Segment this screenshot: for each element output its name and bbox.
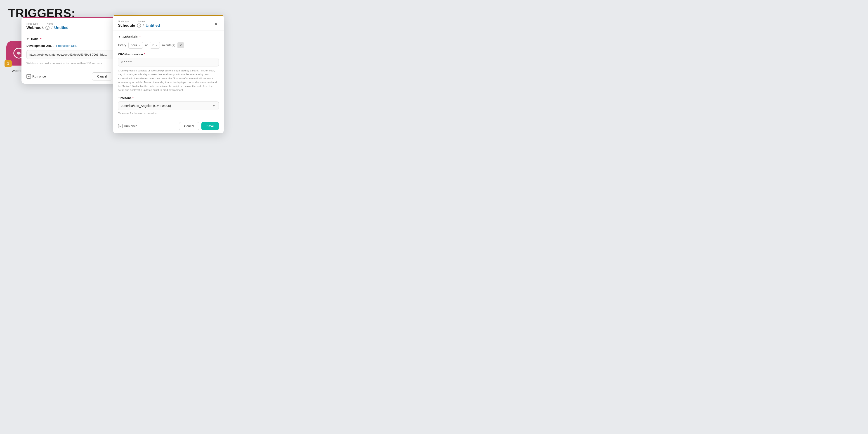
schedule-every-row: Every hour ▼ at 0 ▼ minute(s) X [118, 42, 219, 49]
schedule-minute-value: 0 [152, 43, 154, 47]
webhook-url-divider: / [54, 44, 55, 48]
schedule-hour-chevron: ▼ [138, 44, 141, 46]
schedule-section-title: Schedule [123, 35, 138, 39]
schedule-name-link[interactable]: Untitled [146, 23, 160, 28]
webhook-play-icon: ▶ [26, 74, 31, 79]
webhook-name-link[interactable]: Untitled [54, 26, 68, 30]
webhook-dev-url-label: Development URL [26, 44, 52, 48]
schedule-run-once-button[interactable]: ▶ Run once [118, 124, 137, 128]
schedule-at-label: at [145, 43, 148, 47]
schedule-minute-select[interactable]: 0 ▼ [150, 42, 160, 49]
schedule-tz-label: Timezone * [118, 96, 219, 100]
webhook-prod-url-link[interactable]: Production URL [56, 44, 77, 48]
webhook-header-left: Node type Name Webhook ? / Untitled [26, 22, 68, 30]
schedule-dialog-footer: ▶ Run once Cancel Save [113, 119, 224, 133]
schedule-close-button[interactable]: ✕ [213, 20, 219, 28]
schedule-cron-hint: Cron expression consists of five subexpr… [118, 69, 219, 92]
webhook-run-once-button[interactable]: ▶ Run once [26, 74, 46, 79]
schedule-save-button[interactable]: Save [202, 122, 219, 130]
schedule-dialog-header: Node type Name Schedule ? / Untitled ✕ [113, 16, 224, 31]
webhook-name-row: Webhook ? / Untitled [26, 26, 68, 30]
webhook-run-once-label: Run once [32, 74, 46, 78]
webhook-node-type-label: Node type Name [26, 22, 68, 25]
webhook-section-chevron[interactable]: ▼ [26, 37, 29, 41]
schedule-every-label: Every [118, 43, 126, 47]
schedule-header-left: Node type Name Schedule ? / Untitled [118, 20, 160, 28]
schedule-section-chevron[interactable]: ▼ [118, 35, 121, 38]
schedule-cron-label: CRON expression * [118, 52, 219, 56]
schedule-tz-hint: Timezone for the cron expression [118, 112, 219, 115]
schedule-minute-chevron: ▼ [155, 44, 157, 46]
schedule-tz-select[interactable]: America/Los_Angeles (GMT-08:00) ▼ [118, 101, 219, 110]
webhook-url-value: https://webhook.latenode.com/49/dev/c53f… [29, 53, 118, 56]
schedule-cancel-button[interactable]: Cancel [179, 122, 199, 130]
schedule-help-icon[interactable]: ? [137, 24, 141, 28]
schedule-x-button[interactable]: X [178, 42, 184, 49]
schedule-tz-chevron: ▼ [212, 104, 215, 107]
schedule-name-row: Schedule ? / Untitled [118, 23, 160, 28]
schedule-minutes-label: minute(s) [162, 43, 175, 47]
schedule-hour-select[interactable]: hour ▼ [128, 42, 143, 49]
schedule-footer-actions: Cancel Save [179, 122, 219, 130]
schedule-tz-value: America/Los_Angeles (GMT-08:00) [121, 104, 171, 107]
schedule-play-icon: ▶ [118, 124, 123, 128]
webhook-type-text: Webhook [26, 26, 43, 30]
webhook-cancel-button[interactable]: Cancel [92, 72, 112, 81]
webhook-badge: 1 [4, 60, 12, 67]
schedule-node-type-label: Node type Name [118, 20, 160, 23]
schedule-run-once-label: Run once [124, 124, 137, 128]
schedule-hour-value: hour [131, 43, 137, 47]
schedule-required-star: * [140, 35, 141, 39]
schedule-dialog-body: ▼ Schedule * Every hour ▼ at 0 ▼ minute(… [113, 31, 224, 119]
webhook-required-star: * [40, 37, 41, 41]
schedule-type-text: Schedule [118, 23, 135, 28]
webhook-section-title: Path [31, 37, 38, 41]
schedule-dialog: Node type Name Schedule ? / Untitled ✕ ▼… [113, 15, 224, 133]
webhook-help-icon[interactable]: ? [45, 26, 50, 30]
schedule-section-header: ▼ Schedule * [118, 35, 219, 39]
schedule-cron-input[interactable] [118, 58, 219, 66]
